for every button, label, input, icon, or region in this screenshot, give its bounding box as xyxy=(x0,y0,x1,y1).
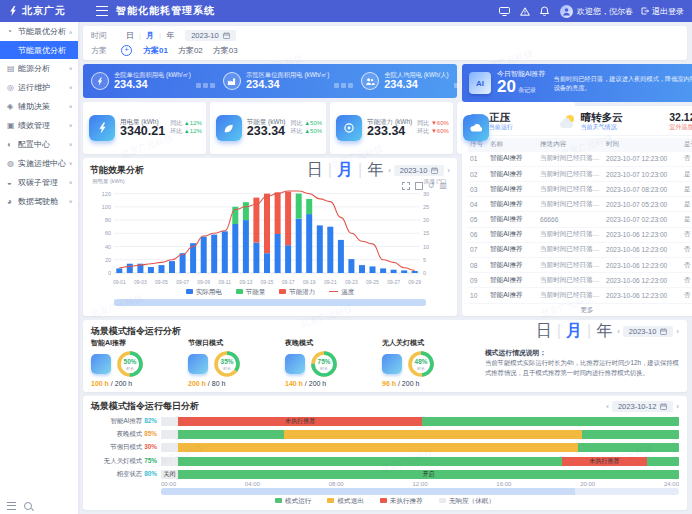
ai-recommend-table: 序号名称推送内容时间是否采纳 01智能AI推荐当前时间已经日落，建议进入节...… xyxy=(468,138,692,304)
next-day-arrow[interactable]: › xyxy=(676,402,679,411)
plan-option-1[interactable]: 方案02 xyxy=(173,45,208,56)
chart-switch-icon[interactable]: ▥ xyxy=(439,183,447,189)
carbon-icon: ◒ xyxy=(7,178,18,187)
effect-datazoom[interactable] xyxy=(114,299,426,306)
legend-item-2[interactable]: 节能潜力 xyxy=(279,288,315,297)
month-picker[interactable]: 2023-10 xyxy=(185,30,236,41)
next-month-arrow[interactable]: › xyxy=(447,166,450,175)
mode-daily-analysis-card: 场景模式指令运行每日分析 ‹ 2023-10-12 › 智能AI推荐82% 未执… xyxy=(83,396,687,510)
gantt-segment-sleep: 关闭 xyxy=(161,470,178,479)
svg-text:09-25: 09-25 xyxy=(366,279,379,285)
screen-icon[interactable] xyxy=(499,7,510,16)
gantt-segment-exit xyxy=(178,443,577,452)
sidebar-item-8[interactable]: ◕ 数据驾驶舱∨ xyxy=(0,192,78,211)
table-row[interactable]: 10智能AI推荐当前时间已经日落，建议进入节...2023-10-06 12:2… xyxy=(468,288,692,303)
welcome-text: 欢迎您，倪尔春 xyxy=(577,6,633,17)
gantt-legend-0[interactable]: 模式运行 xyxy=(275,497,311,506)
gantt-track[interactable] xyxy=(161,443,679,452)
svg-text:09-05: 09-05 xyxy=(155,279,168,285)
sidebar-item-6[interactable]: ◍ 实施运维中心∨ xyxy=(0,154,78,173)
collapse-sidebar-icon[interactable] xyxy=(7,502,16,510)
svg-text:30: 30 xyxy=(423,191,429,197)
effect-chart: 002054010601580201002512030用电量 (kWh)温度 (… xyxy=(90,177,450,287)
logout-icon xyxy=(641,7,649,15)
svg-text:0: 0 xyxy=(108,270,111,276)
gantt-legend-1[interactable]: 模式退出 xyxy=(327,497,363,506)
maintenance-icon: ◎ xyxy=(7,83,18,92)
gauges-month-picker[interactable]: 2023-10 xyxy=(623,326,674,337)
table-row[interactable]: 05智能AI推荐666662023-10-07 02:23:00 是 xyxy=(468,212,692,227)
gantt-segment-sleep xyxy=(161,457,178,466)
period-option-2[interactable]: 年 xyxy=(161,30,179,41)
sidebar-item-0[interactable]: ◔ 节能最优分析∧ xyxy=(0,22,78,41)
table-row[interactable]: 04智能AI推荐当前时间已经日落，建议进入节...2023-10-07 05:2… xyxy=(468,197,692,212)
mode-run-analysis-card: 场景模式指令运行分析 日|月|年 ‹ 2023-10 › 智能AI推荐 50% … xyxy=(83,320,687,392)
effect-month-picker[interactable]: 2023-10 xyxy=(394,165,445,176)
badge-icons xyxy=(196,83,215,88)
table-row[interactable]: 09智能AI推荐当前时间已经日落，建议进入节...2023-10-06 12:2… xyxy=(468,273,692,288)
gantt-track[interactable]: 关闭开启 xyxy=(161,470,679,479)
effect-period-0[interactable]: 日 xyxy=(302,160,328,181)
gantt-legend-3[interactable]: 无响应（休眠） xyxy=(439,497,495,506)
effect-period-2[interactable]: 年 xyxy=(362,160,388,181)
refresh-icon[interactable]: ↺ xyxy=(428,183,435,189)
gantt-segment-sleep xyxy=(161,417,178,426)
search-icon[interactable] xyxy=(24,502,32,510)
sidebar-item-2[interactable]: ◎ 运行维护∨ xyxy=(0,78,78,97)
people-icon xyxy=(361,72,379,90)
alert-icon[interactable] xyxy=(520,7,530,16)
table-row[interactable]: 06智能AI推荐当前时间已经日落，建议进入节...2023-10-06 12:2… xyxy=(468,227,692,242)
user-avatar[interactable] xyxy=(560,5,573,18)
kpi-card-1: 节能量 (kWh)233.34 同比 ▲50% 环比 ▲50% xyxy=(210,102,326,154)
period-option-1[interactable]: 月 xyxy=(141,30,159,41)
gantt-track[interactable] xyxy=(161,430,679,439)
prev-day-arrow[interactable]: ‹ xyxy=(606,402,609,411)
sidebar-subitem-active[interactable]: 节能最优分析 xyxy=(0,41,78,59)
gantt-segment-run: 开启 xyxy=(178,470,679,479)
gantt-track[interactable]: 未执行推荐 xyxy=(161,457,679,466)
ai-banner-desc: 当前时间已经日落，建议进入夜间模式，降低室内照明设备的亮度。 xyxy=(554,74,692,93)
prev-month-arrow[interactable]: ‹ xyxy=(388,166,391,175)
legend-item-1[interactable]: 节能量 xyxy=(236,288,266,297)
next-month-arrow[interactable]: › xyxy=(676,327,679,336)
period-option-0[interactable]: 日 xyxy=(121,30,139,41)
sidebar-item-7[interactable]: ◒ 双碳子管理∨ xyxy=(0,173,78,192)
sidebar-item-4[interactable]: ▣ 绩效管理∨ xyxy=(0,116,78,135)
sidebar-footer xyxy=(7,502,32,510)
svg-text:80: 80 xyxy=(105,217,111,223)
table-row[interactable]: 07智能AI推荐当前时间已经日落，建议进入节...2023-10-06 12:2… xyxy=(468,242,692,257)
sidebar-item-5[interactable]: ◐ 配置中心∨ xyxy=(0,135,78,154)
svg-text:5: 5 xyxy=(423,257,426,263)
table-row[interactable]: 02智能AI推荐当前时间已经日落，建议进入节...2023-10-07 10:2… xyxy=(468,166,692,181)
bell-icon[interactable] xyxy=(540,6,549,16)
table-row[interactable]: 03智能AI推荐当前时间已经日落，建议进入节...2023-10-07 08:2… xyxy=(468,182,692,197)
table-row[interactable]: 08智能AI推荐当前时间已经日落，建议进入节...2023-10-06 12:2… xyxy=(468,258,692,273)
sidebar-item-3[interactable]: ◈ 辅助决策∨ xyxy=(0,97,78,116)
gantt-datazoom[interactable] xyxy=(161,488,679,495)
restore-icon[interactable] xyxy=(415,182,423,190)
legend-item-3[interactable]: 温度 xyxy=(329,288,354,297)
table-row[interactable]: 01智能AI推荐当前时间已经日落，建议进入节...2023-10-07 12:2… xyxy=(468,152,692,167)
logout-button[interactable]: 退出登录 xyxy=(641,6,684,17)
effect-period-1[interactable]: 月 xyxy=(332,160,358,181)
day-picker[interactable]: 2023-10-12 xyxy=(612,401,673,412)
plan-option-0[interactable]: 方案01 xyxy=(138,45,173,56)
status-row: 正压当前运行 晴转多云当前天气情况 32.12室外温度(℃) xyxy=(468,111,692,136)
svg-text:20: 20 xyxy=(423,217,429,223)
menu-toggle-icon[interactable] xyxy=(96,6,108,16)
gantt-segment-run xyxy=(578,443,679,452)
gantt-segment-run xyxy=(178,430,284,439)
prev-month-arrow[interactable]: ‹ xyxy=(617,327,620,336)
gauge-donut: 48% 时长 xyxy=(406,349,436,379)
gantt-row-2: 节假日模式30% xyxy=(91,442,679,453)
svg-text:09-03: 09-03 xyxy=(134,279,147,285)
more-link[interactable]: 更多 xyxy=(468,304,692,316)
sidebar-item-1[interactable]: ▤ 能源分析∨ xyxy=(0,59,78,78)
add-plan-icon[interactable]: + xyxy=(121,45,132,56)
gantt-track[interactable]: 未执行推荐 xyxy=(161,417,679,426)
plan-option-2[interactable]: 方案03 xyxy=(208,45,243,56)
legend-item-0[interactable]: 实际用电 xyxy=(186,288,222,297)
calendar-icon xyxy=(660,328,667,335)
zoom-select-icon[interactable] xyxy=(402,182,410,190)
gantt-legend-2[interactable]: 未执行推荐 xyxy=(380,497,423,506)
